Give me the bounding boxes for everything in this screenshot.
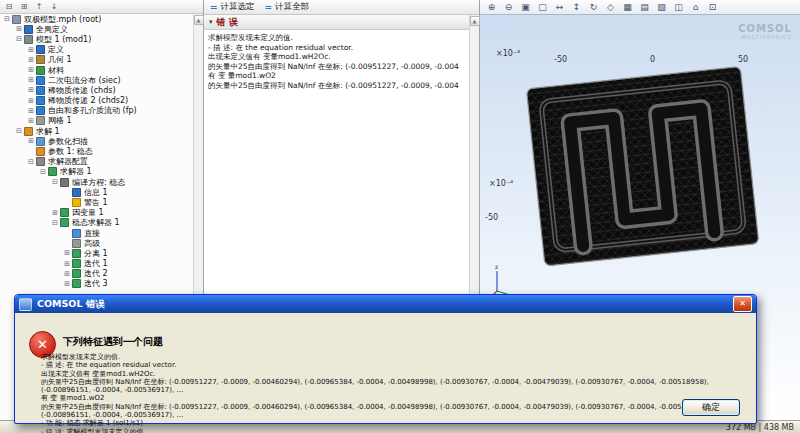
tree-expander-icon[interactable]: ⊟ [51, 219, 59, 227]
tree-expander-icon[interactable]: ⊞ [27, 56, 35, 64]
tree-expander-icon[interactable]: ⊞ [27, 107, 35, 115]
default-3d-view-icon[interactable]: ◇ [603, 1, 618, 13]
tree-expander-icon[interactable]: ⊞ [63, 270, 71, 278]
wireframe-icon[interactable]: ▤ [637, 1, 652, 13]
dialog-title-bar[interactable]: COMSOL 错误 ✕ [15, 295, 756, 313]
tree-expander-icon[interactable]: ⊟ [3, 15, 11, 23]
tree-item[interactable]: ⊟ 稳态求解器 1 [0, 218, 193, 228]
tree-item[interactable]: 信息 1 [0, 187, 193, 197]
compute-toolbar: = 计算选定 = 计算全部 [204, 0, 479, 15]
comsol-app-icon [19, 298, 32, 311]
tree-expander-icon[interactable]: ⊞ [27, 137, 35, 145]
close-icon[interactable]: ✕ [733, 296, 752, 312]
tree-item[interactable]: ⊞ 分离 1 [0, 248, 193, 258]
tree-node-icon [72, 279, 81, 288]
error-report-line: 出现未定义值有 变量mod1.wH2Oc. [208, 52, 475, 62]
tree-expander-icon[interactable]: ⊞ [27, 66, 35, 74]
tree-expander-icon[interactable]: ⊞ [27, 76, 35, 84]
tree-item[interactable]: ⊞ 迭代 2 [0, 269, 193, 279]
error-section-header[interactable]: ▾ 错 误 [204, 15, 479, 30]
tree-item[interactable]: ⊞ 材料 [0, 65, 193, 75]
dialog-body: ✕ 下列特征遇到一个问题 求解模型发现未定义的值. - 描 述: 在 the e… [15, 313, 756, 422]
tree-expander-icon[interactable]: ⊟ [27, 158, 35, 166]
view-faces-icon[interactable]: ◫ [671, 1, 686, 13]
tree-node-icon [72, 239, 81, 248]
scene-light-icon[interactable]: ▦ [620, 1, 635, 13]
tree-node-icon [36, 66, 45, 75]
move-up-icon[interactable]: ↑ [34, 2, 44, 11]
zoom-out-icon[interactable]: ⊖ [501, 1, 516, 13]
tree-item[interactable]: 警告 1 [0, 197, 193, 207]
tree-expander-icon[interactable]: ⊟ [51, 178, 59, 186]
scroll-up-icon[interactable]: ▲ [194, 15, 204, 25]
tree-expander-icon[interactable]: ⊞ [27, 97, 35, 105]
tree-expander-icon[interactable]: ⊟ [39, 168, 47, 176]
error-report-line: 有 变 量mod1.wO2 [208, 71, 475, 81]
tree-item[interactable]: ⊞ 参数化扫描 [0, 136, 193, 146]
tree-item[interactable]: ⊟ 求解 1 [0, 126, 193, 136]
tree-expander-icon[interactable]: ⊞ [27, 86, 35, 94]
tree-item[interactable]: ⊞ 自由和多孔介质流动 (fp) [0, 106, 193, 116]
expand-all-icon[interactable]: ⊞ [19, 2, 29, 11]
compute-selected-button[interactable]: = 计算选定 [210, 1, 255, 13]
tree-item[interactable]: ⊟ 双极模型.mph (root) [0, 14, 193, 24]
compute-all-button[interactable]: = 计算全部 [265, 1, 310, 13]
scroll-up-icon[interactable]: ▲ [470, 16, 480, 26]
collapse-all-icon[interactable]: ⊟ [4, 2, 14, 11]
tree-item[interactable]: ⊞ 全局定义 [0, 24, 193, 34]
tree-item[interactable]: ⊞ 网格 1 [0, 116, 193, 126]
tree-node-icon [24, 127, 33, 136]
tree-item[interactable]: ⊟ 求解器 1 [0, 167, 193, 177]
error-report: 求解模型发现未定义的值. - 描 述: 在 the equation resid… [204, 30, 479, 94]
tree-node-icon [60, 208, 69, 217]
dialog-message-line: 的矢量中25自由度得到 NaN/Inf 在坐标: (-0.00951227, -… [41, 403, 748, 411]
pan-horizontal-icon[interactable]: ↔ [552, 1, 567, 13]
tree-item[interactable]: 直接 [0, 228, 193, 238]
tree-expander-icon[interactable]: ⊞ [63, 249, 71, 257]
tree-node-icon [72, 198, 81, 207]
tree-item[interactable]: ⊞ 稀物质传递 (chds) [0, 85, 193, 95]
tree-expander-icon[interactable]: ⊞ [27, 117, 35, 125]
tree-item[interactable]: ⊞ 稀物质传递 2 (chds2) [0, 96, 193, 106]
tree-expander-icon[interactable]: ⊞ [27, 46, 35, 54]
tree-item[interactable]: ⊟ 模型 1 (mod1) [0, 34, 193, 44]
zoom-in-icon[interactable]: ⊕ [484, 1, 499, 13]
tree-expander-icon[interactable]: ⊞ [15, 25, 23, 33]
dialog-heading: 下列特征遇到一个问题 [63, 335, 163, 349]
tree-node-icon [36, 45, 45, 54]
tree-expander-icon[interactable]: ⊟ [15, 35, 23, 43]
zoom-box-icon[interactable]: □ [535, 1, 550, 13]
move-down-icon[interactable]: ↓ [49, 2, 59, 11]
tree-expander-icon[interactable]: ⊞ [63, 260, 71, 268]
tree-item[interactable]: ⊞ 因变量 1 [0, 208, 193, 218]
tree-item[interactable]: 高级 [0, 238, 193, 248]
tree-item[interactable]: ⊞ 迭代 3 [0, 279, 193, 289]
snapshot-icon[interactable]: ⊡ [705, 1, 720, 13]
tree-item[interactable]: ⊞ 定义 [0, 45, 193, 55]
tree-item[interactable]: ⊟ 编译方程: 稳态 [0, 177, 193, 187]
tree-node-icon [36, 137, 45, 146]
tree-item[interactable]: ⊞ 几何 1 [0, 55, 193, 65]
dialog-message-line: 的矢量中25自由度得到 NaN/Inf 在坐标: (-0.00951227, -… [41, 378, 748, 386]
tree-item[interactable]: ⊞ 迭代 1 [0, 259, 193, 269]
compute-icon: = [210, 2, 218, 12]
zoom-extents-icon[interactable]: ▣ [518, 1, 533, 13]
tree-expander-icon[interactable]: ⊞ [63, 280, 71, 288]
tree-node-icon [72, 229, 81, 238]
error-report-line: 的矢量中25自由度得到 NaN/Inf 在坐标: (-0.00951227, -… [208, 62, 475, 72]
dialog-message-line: (-0.00896151, -0.0004, -0.00536917), ... [41, 386, 748, 394]
tree-expander-icon[interactable]: ⊞ [51, 209, 59, 217]
transparency-icon[interactable]: ▧ [654, 1, 669, 13]
tree-node-icon [36, 147, 45, 156]
tree-item[interactable]: 参数 1: 稳态 [0, 146, 193, 156]
pan-vertical-icon[interactable]: ↕ [569, 1, 584, 13]
tree-item[interactable]: ⊞ 二次电流分布 (siec) [0, 75, 193, 85]
tree-node-icon [60, 218, 69, 227]
collapse-triangle-icon[interactable]: ▾ [209, 18, 213, 26]
tree-item[interactable]: ⊟ 求解器配置 [0, 157, 193, 167]
tree-expander-icon[interactable]: ⊟ [15, 127, 23, 135]
rotate-view-icon[interactable]: ↻ [586, 1, 601, 13]
ok-button[interactable]: 确定 [682, 399, 740, 416]
error-section-title: 错 误 [217, 16, 238, 29]
home-view-icon[interactable]: ⌂ [688, 1, 703, 13]
